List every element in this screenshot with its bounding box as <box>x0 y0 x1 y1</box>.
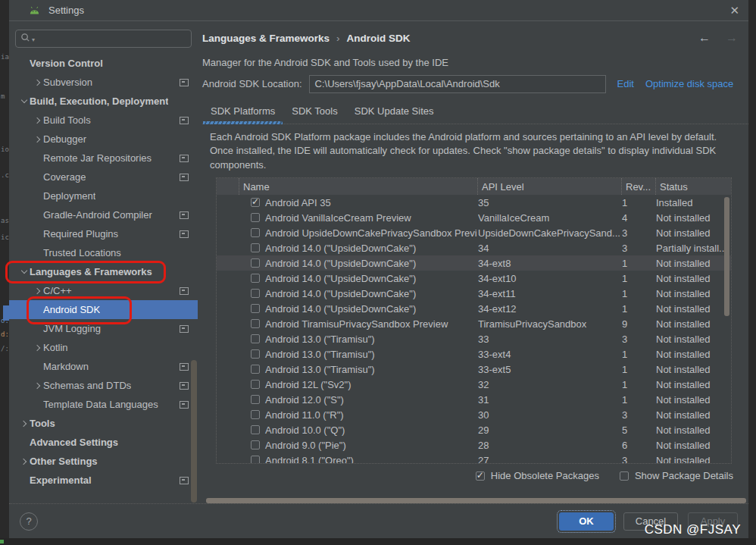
chevron-icon[interactable] <box>33 338 43 357</box>
chevron-icon[interactable] <box>33 357 43 376</box>
table-row[interactable]: Android 14.0 ("UpsideDownCake") 34-ext12… <box>217 301 731 316</box>
api-level-column-header[interactable]: API Level <box>478 178 622 195</box>
chevron-icon[interactable] <box>33 111 43 130</box>
row-checkbox[interactable] <box>251 365 260 374</box>
chevron-icon[interactable] <box>33 300 43 319</box>
sidebar-item[interactable]: Subversion <box>9 73 198 92</box>
row-checkbox[interactable] <box>251 380 260 389</box>
table-row[interactable]: Android 13.0 ("Tiramisu") 33-ext4 1 Not … <box>217 346 731 362</box>
chevron-icon[interactable] <box>33 319 43 338</box>
table-row[interactable]: Android 14.0 ("UpsideDownCake") 34-ext10… <box>217 271 731 286</box>
row-checkbox[interactable] <box>251 395 260 404</box>
row-checkbox[interactable] <box>251 319 260 328</box>
row-checkbox[interactable] <box>251 274 260 283</box>
chevron-icon[interactable] <box>33 168 43 186</box>
row-checkbox[interactable] <box>251 410 260 419</box>
chevron-icon[interactable] <box>20 54 30 73</box>
search-input[interactable]: ▾ <box>15 30 192 48</box>
sidebar-item[interactable]: Template Data Languages <box>9 395 198 414</box>
table-row[interactable]: Android 10.0 ("Q") 29 5 Not installed <box>217 422 731 437</box>
sidebar-item[interactable]: Languages & Frameworks <box>9 262 198 281</box>
chevron-icon[interactable] <box>33 73 43 92</box>
row-checkbox[interactable] <box>251 228 260 237</box>
sidebar-item[interactable]: Build, Execution, Deployment <box>9 92 198 111</box>
breadcrumb-parent[interactable]: Languages & Frameworks <box>202 33 330 44</box>
row-checkbox[interactable] <box>251 334 260 343</box>
sidebar-scrollbar[interactable] <box>191 360 197 503</box>
row-checkbox[interactable] <box>251 213 260 222</box>
help-button[interactable]: ? <box>20 512 38 531</box>
table-row[interactable]: Android 14.0 ("UpsideDownCake") 34-ext11… <box>217 286 731 301</box>
sidebar-item[interactable]: Advanced Settings <box>9 433 198 452</box>
hide-obsolete-option[interactable]: Hide Obsolete Packages <box>476 470 599 481</box>
chevron-icon[interactable] <box>33 186 43 205</box>
sdk-location-input[interactable]: C:\Users\fjsay\AppData\Local\Android\Sdk <box>309 75 606 93</box>
back-arrow-icon[interactable]: ← <box>698 31 711 45</box>
chevron-icon[interactable] <box>33 376 43 395</box>
row-checkbox[interactable] <box>251 456 260 463</box>
sidebar-item[interactable]: Gradle-Android Compiler <box>9 205 198 224</box>
table-row[interactable]: Android 13.0 ("Tiramisu") 33-ext5 1 Not … <box>217 362 731 377</box>
search-history-caret-icon[interactable]: ▾ <box>32 36 35 43</box>
row-checkbox[interactable] <box>251 198 260 207</box>
chevron-icon[interactable] <box>33 130 43 149</box>
show-details-checkbox[interactable] <box>620 471 629 481</box>
row-checkbox[interactable] <box>251 349 260 359</box>
sidebar-item[interactable]: Deployment <box>9 186 198 205</box>
row-checkbox[interactable] <box>251 258 260 268</box>
hide-obsolete-checkbox[interactable] <box>476 471 485 481</box>
table-row[interactable]: Android 12.0 ("S") 31 1 Not installed <box>217 392 731 407</box>
table-row[interactable]: Android UpsideDownCakePrivacySandbox Pre… <box>217 225 731 240</box>
table-row[interactable]: Android VanillaIceCream Preview VanillaI… <box>217 210 731 225</box>
show-details-option[interactable]: Show Package Details <box>620 470 733 481</box>
sidebar-item[interactable]: Trusted Locations <box>9 243 198 262</box>
sidebar-item[interactable]: Build Tools <box>9 111 198 130</box>
table-row[interactable]: Android 13.0 ("Tiramisu") 33 3 Not insta… <box>217 331 731 346</box>
sidebar-item[interactable]: Markdown <box>9 357 198 376</box>
edit-link[interactable]: Edit <box>617 78 634 89</box>
chevron-icon[interactable] <box>33 224 43 243</box>
chevron-icon[interactable] <box>33 243 43 262</box>
sidebar-item[interactable]: Schemas and DTDs <box>9 376 198 395</box>
sidebar-item[interactable]: Remote Jar Repositories <box>9 149 198 168</box>
sidebar-item[interactable]: C/C++ <box>9 281 198 300</box>
close-icon[interactable]: ✕ <box>729 5 739 16</box>
sdk-tab[interactable]: SDK Update Sites <box>346 102 442 124</box>
table-row[interactable]: Android 11.0 ("R") 30 3 Not installed <box>217 407 731 422</box>
chevron-icon[interactable] <box>20 92 30 111</box>
table-row[interactable]: Android TiramisuPrivacySandbox Preview T… <box>217 316 731 331</box>
row-checkbox[interactable] <box>251 440 260 449</box>
sidebar-item[interactable]: Required Plugins <box>9 224 198 243</box>
sdk-tab[interactable]: SDK Tools <box>283 102 345 124</box>
row-checkbox[interactable] <box>251 243 260 252</box>
status-column-header[interactable]: Status <box>656 178 731 195</box>
chevron-icon[interactable] <box>20 433 30 452</box>
chevron-icon[interactable] <box>33 395 43 414</box>
sidebar-item[interactable]: JVM Logging <box>9 319 198 338</box>
sidebar-item[interactable]: Coverage <box>9 168 198 186</box>
name-column-header[interactable]: Name <box>239 178 478 195</box>
chevron-icon[interactable] <box>20 471 30 490</box>
chevron-icon[interactable] <box>33 205 43 224</box>
revision-column-header[interactable]: Rev... <box>622 178 656 195</box>
table-row[interactable]: Android API 35 35 1 Installed <box>217 195 731 210</box>
chevron-icon[interactable] <box>20 452 30 471</box>
chevron-icon[interactable] <box>20 414 30 433</box>
table-scrollbar[interactable] <box>724 197 729 316</box>
optimize-disk-space-link[interactable]: Optimize disk space <box>645 78 733 89</box>
chevron-icon[interactable] <box>20 262 30 281</box>
table-row[interactable]: Android 14.0 ("UpsideDownCake") 34 3 Par… <box>217 240 731 255</box>
sidebar-item[interactable]: Kotlin <box>9 338 198 357</box>
sidebar-item[interactable]: Other Settings <box>9 452 198 471</box>
horizontal-scrollbar[interactable] <box>206 498 746 503</box>
sidebar-item[interactable]: Android SDK <box>9 300 198 319</box>
sdk-tab[interactable]: SDK Platforms <box>202 102 283 124</box>
table-row[interactable]: Android 12L ("Sv2") 32 1 Not installed <box>217 377 731 392</box>
chevron-icon[interactable] <box>33 281 43 300</box>
sidebar-item[interactable]: Debugger <box>9 130 198 149</box>
sidebar-item[interactable]: Tools <box>9 414 198 433</box>
ok-button[interactable]: OK <box>559 512 614 531</box>
sidebar-item[interactable]: Version Control <box>9 54 198 73</box>
table-row[interactable]: Android 9.0 ("Pie") 28 6 Not installed <box>217 437 731 453</box>
row-checkbox[interactable] <box>251 304 260 313</box>
